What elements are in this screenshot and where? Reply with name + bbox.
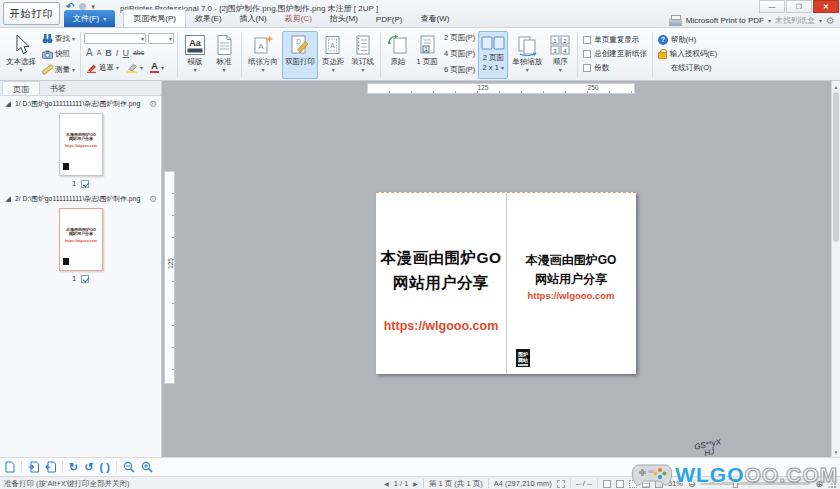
standard-button[interactable]: 标准 ▾ <box>210 31 238 79</box>
close-button[interactable]: ✕ <box>813 0 839 13</box>
print-preview-area[interactable]: 125 250 125 本漫画由围炉GO网站用户分享 https://wlgoo… <box>162 81 831 457</box>
svg-text:1: 1 <box>424 46 427 52</box>
original-layout-button[interactable]: 原始 <box>384 31 412 79</box>
repeat-single-page-checkbox[interactable]: 单页重复显示 <box>583 35 647 45</box>
font-color-button[interactable]: A ▾ <box>148 62 166 73</box>
printer-settings-gear-icon[interactable]: ⚙ <box>826 16 835 26</box>
measure-button[interactable]: 测量 ▾ <box>40 64 77 75</box>
help-button[interactable]: ?帮助(H) <box>658 35 718 45</box>
start-print-button[interactable]: 开始打印 <box>3 2 60 25</box>
page-group-header[interactable]: 2/ D:\围炉go111111111\杂志\围炉制作.png ⚙ <box>0 191 161 205</box>
rotate-180-icon[interactable]: ( ) <box>99 462 109 473</box>
page-enabled-checkbox[interactable] <box>81 180 89 188</box>
create-on-new-sheet-checkbox[interactable]: 总创建至新纸张 <box>583 49 647 59</box>
new-view-button[interactable] <box>5 461 15 473</box>
page-thumbnail[interactable]: 本漫画由围炉GO网站用户分享 https://wlgooo.com <box>59 113 103 176</box>
page-settings-gear-icon[interactable]: ⚙ <box>149 99 157 109</box>
two-pages-button[interactable]: 2 页面 2 x 1 ▾ <box>478 31 508 79</box>
zoom-in-button[interactable] <box>141 461 153 473</box>
tab-view[interactable]: 查看(W) <box>411 10 458 27</box>
zoom-slider[interactable] <box>700 482 810 485</box>
vertical-scrollbar[interactable]: ▲ ▼ <box>831 81 840 457</box>
next-view-button[interactable] <box>45 461 56 473</box>
chevron-down-icon: ▾ <box>161 64 164 71</box>
tab-insert[interactable]: 插入(N) <box>231 10 276 27</box>
prev-page-icon[interactable]: ◀ <box>384 480 389 487</box>
enter-license-button[interactable]: 输入授权码(E) <box>658 48 718 59</box>
collapse-triangle-icon[interactable] <box>5 101 11 107</box>
shrink-font-button[interactable]: A <box>97 48 102 58</box>
crop-marks-icon[interactable] <box>557 480 565 488</box>
pages-4-button[interactable]: 4 页面(P) <box>442 49 477 59</box>
template-button[interactable]: Aa 模版 ▾ <box>181 31 209 79</box>
view-mode-grid-icon[interactable] <box>655 480 663 488</box>
minimize-button[interactable]: — <box>759 0 785 13</box>
logo-stamp <box>63 163 69 170</box>
order-online-button[interactable]: 在线订购(O) <box>658 63 718 73</box>
page-group-header[interactable]: 1/ D:\围炉go111111111\杂志\围炉制作.png ⚙ <box>0 96 161 110</box>
order-button[interactable]: 1234 顺序 ▾ <box>546 31 574 79</box>
zoom-in-icon[interactable]: ⊕ <box>815 479 823 489</box>
scroll-up-icon[interactable]: ▲ <box>832 82 840 91</box>
cursor-position: -- / -- <box>576 479 592 488</box>
grow-font-button[interactable]: A <box>86 48 93 58</box>
text-select-button[interactable]: 文本选择 ▾ <box>3 31 39 79</box>
zoom-level: 51% <box>668 479 683 488</box>
view-mode-continuous-icon[interactable] <box>629 480 637 488</box>
zoom-out-button[interactable] <box>123 461 135 473</box>
rotate-cw-icon[interactable]: ↻ <box>69 462 78 473</box>
maximize-button[interactable]: ❐ <box>786 0 812 13</box>
rotate-ccw-icon[interactable]: ↺ <box>84 462 93 473</box>
tab-page-layout[interactable]: 页面布局(P) <box>123 9 186 27</box>
bold-button[interactable]: B <box>105 48 112 58</box>
scale-separately-button[interactable]: 单独缩放 ▾ <box>509 31 545 79</box>
zoom-slider-thumb[interactable] <box>733 479 738 488</box>
logo-stamp: 围炉网站 <box>516 349 530 367</box>
page-arrow-out-icon <box>45 461 56 473</box>
panel-tab-pages[interactable]: 页面 <box>2 81 40 95</box>
page-margins-button[interactable]: A 页边距 ▾ <box>319 31 348 79</box>
zoom-out-icon[interactable]: ⊖ <box>688 479 696 489</box>
underline-button[interactable]: U <box>122 48 129 58</box>
panel-tab-bookmarks[interactable]: 书签 <box>40 81 76 95</box>
font-family-combo[interactable]: ▾ <box>84 33 146 44</box>
copies-checkbox[interactable]: 份数 <box>583 63 647 73</box>
view-mode-single-icon[interactable] <box>603 480 611 488</box>
find-button[interactable]: 查找 ▾ <box>40 33 77 44</box>
scroll-down-icon[interactable]: ▼ <box>832 447 840 456</box>
tab-pdf[interactable]: PDF(P) <box>367 12 412 27</box>
paper-orientation-button[interactable]: A 纸张方向 ▾ <box>245 31 281 79</box>
gutter-button[interactable]: 装订线 ▾ <box>349 31 378 79</box>
chevron-down-icon[interactable]: ▾ <box>819 17 822 24</box>
chevron-down-icon[interactable]: ▾ <box>768 17 771 24</box>
snapshot-button[interactable]: 快照 <box>40 49 77 60</box>
paper-tray-status[interactable]: 未找到纸盒 <box>775 15 815 26</box>
strikethrough-button[interactable]: abc <box>133 48 144 58</box>
page-settings-gear-icon[interactable]: ⚙ <box>149 194 157 204</box>
page-enabled-checkbox[interactable] <box>81 275 89 283</box>
page-count: 第 1 页 (共 1 页) <box>429 479 483 489</box>
preview-sheet[interactable]: 本漫画由围炉GO网站用户分享 https://wlgooo.com 本漫画由围炉… <box>376 192 636 374</box>
pages-6-button[interactable]: 6 页面(P) <box>442 65 477 75</box>
group-template: Aa 模版 ▾ 标准 ▾ <box>180 30 239 79</box>
previous-view-button[interactable] <box>28 461 39 473</box>
tab-effects[interactable]: 效果(E) <box>186 10 231 27</box>
view-mode-facing-icon[interactable] <box>616 480 624 488</box>
italic-button[interactable]: I <box>116 48 119 58</box>
pages-2-button[interactable]: 2 页面(P) <box>442 33 477 43</box>
scrollbar-thumb[interactable] <box>833 92 839 242</box>
resize-grip[interactable] <box>828 480 836 488</box>
page-thumbnail[interactable]: 本漫画由围炉GO网站用户分享 https://wlgooo.com <box>59 208 103 271</box>
one-page-button[interactable]: 1 1 页面 <box>413 31 441 79</box>
font-size-combo[interactable]: ▾ <box>148 33 174 44</box>
collapse-triangle-icon[interactable] <box>5 196 11 202</box>
mask-button[interactable]: 遮罩 ▾ <box>84 62 121 73</box>
printer-name[interactable]: Microsoft Print to PDF <box>686 16 764 25</box>
tab-crop[interactable]: 裁剪(C) <box>276 10 321 27</box>
next-page-icon[interactable]: ▶ <box>413 480 418 487</box>
highlight-button[interactable]: ▾ <box>124 62 145 73</box>
tab-file[interactable]: 文件(F)▾ <box>64 10 115 27</box>
tab-letterhead[interactable]: 抬头(M) <box>321 10 367 27</box>
duplex-print-button[interactable]: D 双面打印 <box>282 31 318 79</box>
view-mode-thumbnails-icon[interactable] <box>642 480 650 488</box>
